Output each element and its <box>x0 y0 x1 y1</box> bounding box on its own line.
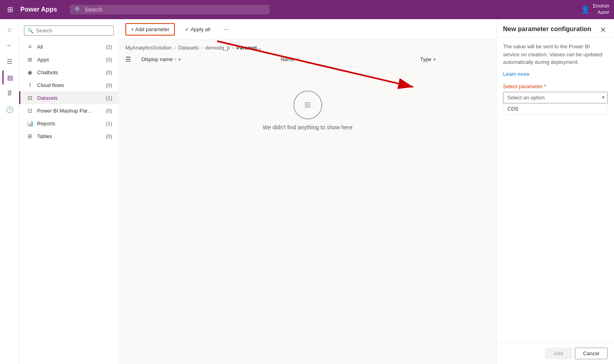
table-check-header: ☰ <box>125 55 141 63</box>
panel-description: The value will be sent to the Power BI s… <box>497 38 614 71</box>
dropdown-option-cds[interactable]: CDS <box>503 103 608 115</box>
sidebar-item-label: Apps <box>37 57 102 63</box>
select-parameter-label: Select parameter * <box>503 83 608 89</box>
panel-header: New parameter configuration ✕ <box>497 19 614 38</box>
toolbar: + Add parameter ✓ Apply all ··· <box>119 19 496 40</box>
sidebar-item-count: (0) <box>106 82 112 88</box>
sort-down-icon: ∨ <box>178 57 181 61</box>
sidebar-item-count: (0) <box>106 69 112 75</box>
topbar-right: 👤 Environ Auror <box>581 3 609 16</box>
breadcrumb: MyAnalyticsSolution › Datasets › demodq_… <box>119 40 496 52</box>
datasets-icon: ⊟ <box>27 95 33 101</box>
table-area: ☰ Display name ↑ ∨ Name ∨ Type ∨ <box>119 52 496 364</box>
select-parameter-dropdown[interactable]: Select an option CDS <box>503 92 608 103</box>
breadcrumb-solution[interactable]: MyAnalyticsSolution <box>125 45 172 51</box>
sidebar-item-label: All <box>37 44 102 50</box>
breadcrumb-sep-1: › <box>174 45 176 51</box>
global-search-box[interactable]: 🔍 <box>70 5 269 14</box>
table-type-header[interactable]: Type ∨ <box>420 56 490 62</box>
cloud-flows-icon: ⌇ <box>27 82 33 88</box>
env-label: Environ Auror <box>593 3 609 16</box>
sidebar-item-label: Cloud flows <box>37 82 102 88</box>
list-icon: ≡ <box>304 98 311 112</box>
sidebar-item-count: (1) <box>106 95 112 101</box>
sidebar-search-input[interactable] <box>36 28 110 34</box>
more-options-button[interactable]: ··· <box>220 24 233 35</box>
search-icon: 🔍 <box>75 6 81 13</box>
breadcrumb-sep-2: › <box>201 45 203 51</box>
sidebar-search-box[interactable]: 🔍 <box>24 26 114 36</box>
table-name-header[interactable]: Name ∨ <box>281 56 420 62</box>
breadcrumb-datasets[interactable]: Datasets <box>178 45 199 51</box>
nav-menu[interactable]: ☰ <box>2 54 17 69</box>
global-search-input[interactable] <box>85 6 265 13</box>
chatbots-icon: ◉ <box>27 69 33 75</box>
sidebar-item-chatbots[interactable]: ◉ Chatbots (0) <box>19 66 119 79</box>
cancel-button[interactable]: Cancel <box>575 348 608 359</box>
type-sort-icon: ∨ <box>433 57 436 61</box>
sidebar-item-all[interactable]: ≡ All (2) <box>19 40 119 53</box>
sidebar-item-label: Tables <box>37 133 102 139</box>
empty-state: ≡ We didn't find anything to show here <box>125 67 490 154</box>
waffle-icon[interactable]: ⊞ <box>5 3 16 16</box>
sidebar-item-label: Datasets <box>37 95 102 101</box>
panel-footer: Add Cancel <box>497 342 614 364</box>
reports-icon: 📊 <box>27 120 33 127</box>
sidebar-item-tables[interactable]: ⊞ Tables (0) <box>19 130 119 142</box>
sidebar-item-label: Chatbots <box>37 69 102 75</box>
icon-nav: ⌂ ← ☰ ▤ 🛢 🕐 <box>0 19 19 364</box>
power-bi-icon: ⊡ <box>27 107 33 114</box>
name-sort-icon: ∨ <box>296 57 299 61</box>
type-label: Type <box>420 56 431 62</box>
add-parameter-button[interactable]: + Add parameter <box>125 23 175 36</box>
sort-up-icon: ↑ <box>174 57 176 61</box>
breadcrumb-sep-3: › <box>232 45 234 51</box>
sidebar-item-count: (0) <box>106 57 112 63</box>
tables-icon: ⊞ <box>27 133 33 139</box>
sidebar-item-label: Power BI Mashup Par... <box>37 108 102 114</box>
breadcrumb-demodq[interactable]: demodq_p <box>205 45 230 51</box>
add-button: Add <box>545 348 571 359</box>
sidebar-item-cloud-flows[interactable]: ⌇ Cloud flows (0) <box>19 79 119 91</box>
breadcrumb-current: Paramet... <box>236 45 261 51</box>
sidebar-item-label: Reports <box>37 121 102 127</box>
nav-history[interactable]: 🕐 <box>2 102 17 117</box>
apply-all-button[interactable]: ✓ Apply all <box>180 24 215 35</box>
nav-solutions[interactable]: ▤ <box>2 70 17 85</box>
main-layout: ⌂ ← ☰ ▤ 🛢 🕐 🔍 ≡ All (2) ⊞ Apps (0) ◉ Cha <box>0 19 614 364</box>
sidebar-item-apps[interactable]: ⊞ Apps (0) <box>19 53 119 66</box>
app-title: Power Apps <box>20 6 57 13</box>
display-name-label: Display name <box>141 56 173 62</box>
all-icon: ≡ <box>27 44 33 50</box>
sidebar-item-count: (1) <box>106 121 112 127</box>
nav-home[interactable]: ⌂ <box>2 22 17 37</box>
panel-body: Select parameter * Select an option CDS … <box>497 77 614 343</box>
panel-title: New parameter configuration <box>503 26 598 33</box>
avatar-icon[interactable]: 👤 <box>581 5 590 14</box>
sidebar-item-count: (0) <box>106 108 112 114</box>
sidebar-item-reports[interactable]: 📊 Reports (1) <box>19 117 119 130</box>
nav-data[interactable]: 🛢 <box>2 86 17 101</box>
select-parameter-wrapper[interactable]: Select an option CDS ▾ <box>503 92 608 103</box>
empty-state-message: We didn't find anything to show here <box>263 124 353 131</box>
topbar: ⊞ Power Apps 🔍 👤 Environ Auror <box>0 0 614 19</box>
name-label: Name <box>281 56 295 62</box>
learn-more-link[interactable]: Learn more <box>503 71 608 77</box>
sidebar-item-count: (0) <box>106 133 112 139</box>
empty-state-icon: ≡ <box>293 91 322 119</box>
table-header: ☰ Display name ↑ ∨ Name ∨ Type ∨ <box>125 52 490 67</box>
close-icon[interactable]: ✕ <box>598 26 608 34</box>
sidebar-search-icon: 🔍 <box>28 28 34 34</box>
table-display-name-header[interactable]: Display name ↑ ∨ <box>141 56 281 62</box>
content-area: + Add parameter ✓ Apply all ··· MyAnalyt… <box>119 19 496 364</box>
apps-icon: ⊞ <box>27 56 33 63</box>
sidebar: 🔍 ≡ All (2) ⊞ Apps (0) ◉ Chatbots (0) ⌇ … <box>19 19 119 364</box>
nav-back[interactable]: ← <box>2 38 17 53</box>
sidebar-item-power-bi-mashup[interactable]: ⊡ Power BI Mashup Par... (0) <box>19 104 119 117</box>
sidebar-item-count: (2) <box>106 44 112 50</box>
right-panel: New parameter configuration ✕ The value … <box>496 19 614 364</box>
sidebar-item-datasets[interactable]: ⊟ Datasets (1) <box>19 91 119 104</box>
sidebar-nav: ≡ All (2) ⊞ Apps (0) ◉ Chatbots (0) ⌇ Cl… <box>19 40 119 142</box>
